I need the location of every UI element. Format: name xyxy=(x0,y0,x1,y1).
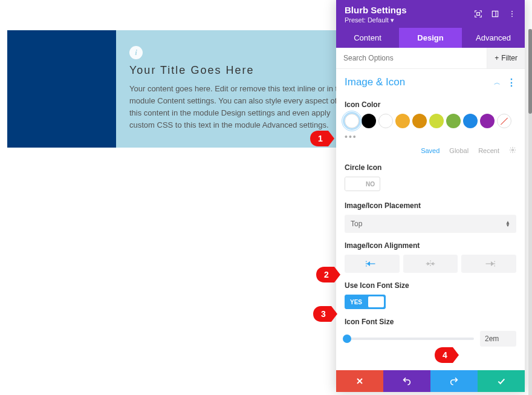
align-right-button[interactable] xyxy=(461,255,516,273)
panel-header[interactable]: Blurb Settings Preset: Default ▾ xyxy=(336,0,525,28)
chevron-up-icon[interactable]: ︿ xyxy=(494,78,501,87)
svg-point-3 xyxy=(511,10,513,11)
swatch-black[interactable] xyxy=(362,114,376,128)
svg-rect-0 xyxy=(477,12,480,15)
swatch-tabs: Saved Global Recent xyxy=(345,146,516,155)
swatch-tab-saved[interactable]: Saved xyxy=(421,147,440,154)
search-row: + Filter xyxy=(336,48,525,69)
placement-select[interactable]: Top ▲▼ xyxy=(345,215,516,233)
circle-icon-label: Circle Icon xyxy=(345,163,516,172)
icon-font-size-control: 2em xyxy=(345,331,516,347)
icon-font-size-label: Icon Font Size xyxy=(345,318,516,326)
cancel-button[interactable] xyxy=(336,370,383,392)
search-input[interactable] xyxy=(336,48,487,68)
section-menu-icon[interactable]: ⋮ xyxy=(507,77,516,88)
tab-advanced[interactable]: Advanced xyxy=(462,28,525,48)
svg-rect-1 xyxy=(492,11,498,16)
layout-icon[interactable] xyxy=(491,10,499,20)
tab-content[interactable]: Content xyxy=(336,28,399,48)
placement-label: Image/Icon Placement xyxy=(345,201,516,210)
use-icon-font-size-toggle[interactable]: YES xyxy=(345,295,386,309)
svg-marker-14 xyxy=(432,263,433,265)
callout-1: 1 xyxy=(310,131,334,146)
color-swatches xyxy=(345,114,516,128)
svg-point-4 xyxy=(511,13,513,15)
tab-design[interactable]: Design xyxy=(399,28,462,48)
circle-icon-toggle[interactable]: NO xyxy=(345,177,380,191)
toggle-knob xyxy=(345,177,361,191)
undo-button[interactable] xyxy=(383,370,430,392)
swatch-green[interactable] xyxy=(446,114,461,128)
swatch-orange[interactable] xyxy=(395,114,410,128)
swatch-none[interactable] xyxy=(497,114,511,128)
swatch-tab-recent[interactable]: Recent xyxy=(478,147,499,154)
toggle-knob xyxy=(368,296,384,307)
use-icon-font-size-label: Use Icon Font Size xyxy=(345,281,516,290)
slider-thumb[interactable] xyxy=(343,335,351,343)
settings-panel: Blurb Settings Preset: Default ▾ Content… xyxy=(336,0,525,392)
svg-marker-12 xyxy=(427,263,429,265)
panel-preset[interactable]: Preset: Default ▾ xyxy=(345,16,474,24)
select-caret-icon: ▲▼ xyxy=(505,221,510,227)
scrollbar[interactable] xyxy=(528,29,532,395)
icon-font-size-value[interactable]: 2em xyxy=(480,331,516,347)
svg-marker-17 xyxy=(491,262,493,266)
svg-marker-9 xyxy=(368,262,370,266)
swatch-tab-global[interactable]: Global xyxy=(449,147,469,154)
info-icon: i xyxy=(129,46,143,59)
swatch-blue[interactable] xyxy=(463,114,478,128)
svg-point-6 xyxy=(512,149,514,151)
swatch-white-selected[interactable] xyxy=(345,114,359,128)
blurb-left-column xyxy=(7,30,116,148)
alignment-label: Image/Icon Alignment xyxy=(345,241,516,250)
expand-icon[interactable] xyxy=(474,10,482,20)
icon-color-label: Icon Color xyxy=(345,100,516,109)
panel-footer xyxy=(336,370,525,392)
section-title: Image & Icon xyxy=(345,76,494,88)
swatch-yellowgreen[interactable] xyxy=(429,114,444,128)
redo-button[interactable] xyxy=(430,370,478,392)
swatch-darkorange[interactable] xyxy=(412,114,427,128)
gear-icon[interactable] xyxy=(509,146,516,155)
panel-title: Blurb Settings xyxy=(345,5,474,15)
filter-button[interactable]: + Filter xyxy=(487,48,525,68)
blurb-body[interactable]: Your content goes here. Edit or remove t… xyxy=(129,83,347,132)
icon-font-size-slider[interactable] xyxy=(345,338,474,340)
chevron-down-icon: ▾ xyxy=(389,16,394,24)
save-button[interactable] xyxy=(478,370,525,392)
align-center-button[interactable] xyxy=(403,255,458,273)
more-icon[interactable] xyxy=(508,10,516,20)
panel-body: Icon Color ••• Saved Global Recent Circl… xyxy=(336,92,525,370)
panel-tabs: Content Design Advanced xyxy=(336,28,525,48)
plus-icon: + xyxy=(495,54,499,62)
svg-point-5 xyxy=(511,16,513,17)
align-left-button[interactable] xyxy=(345,255,400,273)
section-header[interactable]: Image & Icon ︿ ⋮ xyxy=(336,69,525,92)
callout-3: 3 xyxy=(313,306,337,322)
callout-2: 2 xyxy=(316,267,340,282)
more-dots-icon[interactable]: ••• xyxy=(345,132,516,142)
swatch-purple[interactable] xyxy=(480,114,495,128)
swatch-white[interactable] xyxy=(378,114,393,128)
callout-4: 4 xyxy=(435,347,459,363)
alignment-group xyxy=(345,255,516,273)
